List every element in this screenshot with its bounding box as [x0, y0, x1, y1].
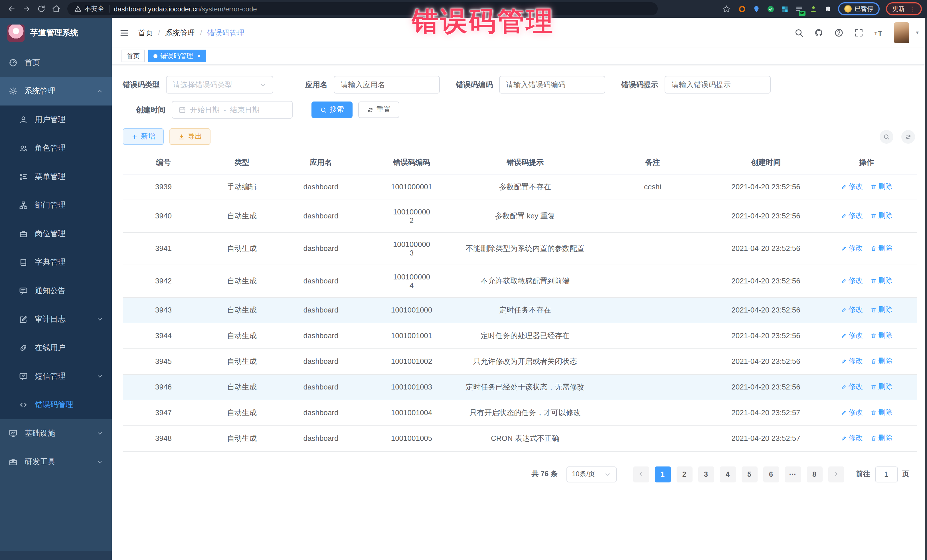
prev-page-button[interactable]: [633, 466, 649, 482]
edit-link[interactable]: 修改: [840, 211, 863, 221]
security-chip[interactable]: 不安全: [74, 5, 104, 13]
back-icon[interactable]: [5, 3, 18, 15]
delete-link[interactable]: 删除: [870, 211, 892, 221]
edit-link[interactable]: 修改: [840, 382, 863, 392]
tags-view: 首页错误码管理×: [112, 48, 927, 64]
delete-link[interactable]: 删除: [870, 357, 892, 366]
next-page-button[interactable]: [828, 466, 844, 482]
page-size-select[interactable]: 10条/页: [566, 466, 616, 482]
edit-link[interactable]: 修改: [840, 305, 863, 315]
extension-green-agent-icon[interactable]: [810, 5, 818, 13]
reload-icon[interactable]: [35, 3, 47, 15]
edit-link[interactable]: 修改: [840, 243, 863, 253]
error-msg-input[interactable]: [664, 76, 771, 94]
sidebar-item-首页[interactable]: 首页: [0, 49, 112, 77]
error-type-select[interactable]: 请选择错误码类型: [166, 76, 273, 94]
export-button[interactable]: 导出: [169, 128, 211, 145]
sidebar-footer[interactable]: [0, 551, 112, 560]
extension-blue-gem-icon[interactable]: [781, 5, 789, 13]
help-icon[interactable]: [834, 28, 844, 38]
browser-menu-icon[interactable]: [909, 5, 916, 12]
sidebar-item-错误码管理[interactable]: 错误码管理: [0, 391, 112, 419]
page-button-6[interactable]: 6: [763, 466, 779, 482]
extension-green-check-icon[interactable]: [767, 5, 775, 13]
cell-actions: 修改删除: [816, 200, 917, 232]
page-button-4[interactable]: 4: [720, 466, 736, 482]
github-icon[interactable]: [814, 28, 824, 38]
hamburger-icon[interactable]: [119, 28, 129, 38]
sidebar-item-角色管理[interactable]: 角色管理: [0, 134, 112, 162]
sidebar-item-基础设施[interactable]: 基础设施: [0, 419, 112, 448]
breadcrumb-home[interactable]: 首页: [138, 28, 153, 38]
delete-link[interactable]: 删除: [870, 182, 892, 191]
fullscreen-icon[interactable]: [854, 28, 864, 38]
extension-location-pin-icon[interactable]: [752, 5, 760, 13]
tab-错误码管理[interactable]: 错误码管理×: [148, 50, 206, 62]
sidebar-item-审计日志[interactable]: 审计日志: [0, 305, 112, 334]
goto-page-input[interactable]: [875, 466, 898, 482]
extension-orange-ring-icon[interactable]: [738, 5, 746, 13]
profile-paused-badge[interactable]: 已暂停: [838, 2, 880, 15]
delete-link[interactable]: 删除: [870, 243, 892, 253]
edit-link[interactable]: 修改: [840, 182, 863, 191]
sidebar-item-部门管理[interactable]: 部门管理: [0, 191, 112, 220]
sidebar-item-系统管理[interactable]: 系统管理: [0, 77, 112, 106]
app-logo[interactable]: 芋道管理系统: [0, 18, 112, 49]
app-name-input[interactable]: [334, 76, 440, 94]
page-button-2[interactable]: 2: [676, 466, 692, 482]
search-button[interactable]: 搜索: [312, 102, 353, 118]
window-scrollbar[interactable]: [925, 18, 927, 560]
sidebar-item-在线用户[interactable]: 在线用户: [0, 334, 112, 362]
download-icon: [178, 133, 185, 140]
page-button-1[interactable]: 1: [655, 466, 670, 482]
delete-link[interactable]: 删除: [870, 305, 892, 315]
toggle-search-icon[interactable]: [880, 130, 894, 143]
edit-label: 修改: [849, 433, 863, 443]
page-button-3[interactable]: 3: [698, 466, 714, 482]
cell-code: 1001000001: [362, 174, 461, 200]
refresh-table-icon[interactable]: [901, 130, 915, 143]
error-code-input[interactable]: [499, 76, 605, 94]
extensions-puzzle-icon[interactable]: [824, 5, 832, 13]
edit-link[interactable]: 修改: [840, 433, 863, 443]
add-button[interactable]: 新增: [123, 128, 164, 145]
edit-link[interactable]: 修改: [840, 276, 863, 286]
reset-button[interactable]: 重置: [358, 102, 399, 118]
sidebar-item-通知公告[interactable]: 通知公告: [0, 276, 112, 305]
font-size-icon[interactable]: TT: [874, 28, 884, 38]
overlay-annotation-title: 错误码管理: [412, 3, 555, 39]
sidebar-item-短信管理[interactable]: 短信管理: [0, 362, 112, 391]
page-ellipsis[interactable]: ···: [785, 466, 801, 482]
sidebar-item-label: 角色管理: [35, 143, 65, 153]
breadcrumb-system[interactable]: 系统管理: [165, 28, 195, 38]
tab-首页[interactable]: 首页: [122, 50, 145, 62]
page-button-5[interactable]: 5: [741, 466, 757, 482]
browser-update-button[interactable]: 更新: [886, 2, 922, 15]
edit-link[interactable]: 修改: [840, 408, 863, 417]
delete-link[interactable]: 删除: [870, 433, 892, 443]
edit-pencil-icon: [840, 435, 847, 442]
sidebar-item-字典管理[interactable]: 字典管理: [0, 248, 112, 276]
edit-link[interactable]: 修改: [840, 331, 863, 340]
tab-close-icon[interactable]: ×: [197, 52, 201, 59]
sidebar-item-研发工具[interactable]: 研发工具: [0, 448, 112, 476]
sidebar-item-菜单管理[interactable]: 菜单管理: [0, 162, 112, 191]
delete-link[interactable]: 删除: [870, 276, 892, 286]
delete-link[interactable]: 删除: [870, 408, 892, 417]
bookmark-star-icon[interactable]: [722, 5, 731, 13]
avatar-caret-icon[interactable]: ▼: [915, 30, 919, 35]
sidebar-item-岗位管理[interactable]: 岗位管理: [0, 220, 112, 248]
create-time-range-picker[interactable]: 开始日期 - 结束日期: [172, 101, 293, 118]
header-search-icon[interactable]: [794, 28, 804, 38]
user-avatar[interactable]: [894, 22, 909, 43]
cell-msg: CRON 表达式不正确: [461, 425, 589, 451]
delete-link[interactable]: 删除: [870, 331, 892, 340]
page-button-8[interactable]: 8: [806, 466, 822, 482]
home-icon[interactable]: [50, 3, 62, 15]
address-bar[interactable]: 不安全 dashboard.yudao.iocoder.cn/system/er…: [67, 2, 658, 15]
forward-icon[interactable]: [20, 3, 32, 15]
edit-link[interactable]: 修改: [840, 357, 863, 366]
extension-list-on-icon[interactable]: on: [795, 5, 803, 13]
sidebar-item-用户管理[interactable]: 用户管理: [0, 106, 112, 134]
delete-link[interactable]: 删除: [870, 382, 892, 392]
